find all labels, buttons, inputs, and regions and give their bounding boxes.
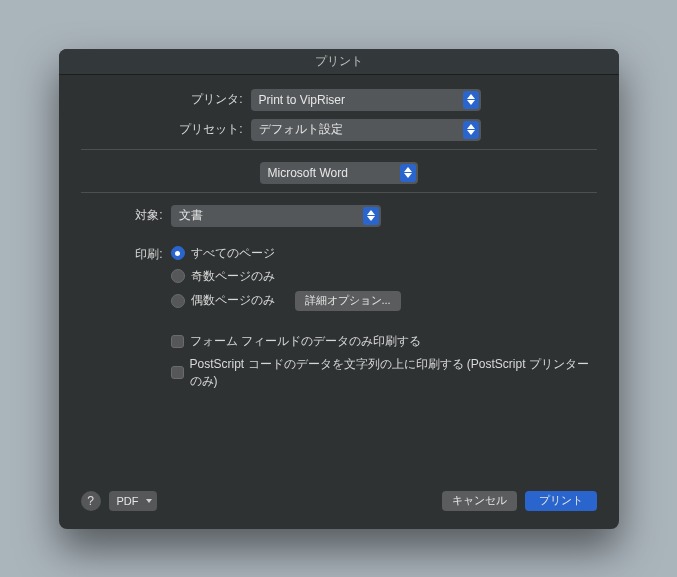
dialog-content: プリンタ: Print to VipRiser プリセット: デフォルト設定 <box>59 75 619 479</box>
help-icon: ? <box>87 494 94 508</box>
app-section-select[interactable]: Microsoft Word <box>260 162 418 184</box>
target-label: 対象: <box>81 207 171 224</box>
print-button[interactable]: プリント <box>525 491 597 511</box>
app-section-value: Microsoft Word <box>268 166 348 180</box>
radio-odd-label: 奇数ページのみ <box>191 268 275 285</box>
radio-icon <box>171 294 185 308</box>
printer-value: Print to VipRiser <box>259 93 345 107</box>
print-scope-label: 印刷: <box>81 245 171 263</box>
radio-icon <box>171 269 185 283</box>
target-row: 対象: 文書 <box>81 205 597 227</box>
printer-select[interactable]: Print to VipRiser <box>251 89 481 111</box>
app-section-row: Microsoft Word <box>81 162 597 184</box>
svg-marker-7 <box>367 216 375 221</box>
svg-marker-5 <box>404 173 412 178</box>
pdf-label: PDF <box>117 495 139 507</box>
checkbox-icon <box>171 366 184 379</box>
cancel-button[interactable]: キャンセル <box>442 491 517 511</box>
check-postscript[interactable]: PostScript コードのデータを文字列の上に印刷する (PostScrip… <box>171 356 597 390</box>
svg-marker-4 <box>404 167 412 172</box>
printer-row: プリンタ: Print to VipRiser <box>81 89 597 111</box>
print-scope-row: 印刷: すべてのページ 奇数ページのみ 偶数ページのみ 詳細オプション... <box>81 245 597 311</box>
svg-marker-6 <box>367 210 375 215</box>
radio-even-pages[interactable]: 偶数ページのみ 詳細オプション... <box>171 291 401 311</box>
updown-icon <box>402 162 414 184</box>
radio-icon <box>171 246 185 260</box>
print-scope-options: すべてのページ 奇数ページのみ 偶数ページのみ 詳細オプション... <box>171 245 401 311</box>
window-title: プリント <box>315 53 363 70</box>
check-postscript-label: PostScript コードのデータを文字列の上に印刷する (PostScrip… <box>190 356 597 390</box>
dialog-footer: ? PDF キャンセル プリント <box>59 479 619 529</box>
check-forms-only-label: フォーム フィールドのデータのみ印刷する <box>190 333 421 350</box>
preset-select[interactable]: デフォルト設定 <box>251 119 481 141</box>
updown-icon <box>465 89 477 111</box>
print-dialog: プリント プリンタ: Print to VipRiser プリセット: デフォル… <box>59 49 619 529</box>
updown-icon <box>365 205 377 227</box>
printer-label: プリンタ: <box>81 91 251 108</box>
svg-marker-2 <box>467 124 475 129</box>
help-button[interactable]: ? <box>81 491 101 511</box>
extra-checks: フォーム フィールドのデータのみ印刷する PostScript コードのデータを… <box>171 333 597 390</box>
separator <box>81 192 597 193</box>
radio-all-pages[interactable]: すべてのページ <box>171 245 401 262</box>
svg-marker-1 <box>467 100 475 105</box>
preset-label: プリセット: <box>81 121 251 138</box>
svg-marker-3 <box>467 130 475 135</box>
radio-even-label: 偶数ページのみ <box>191 292 275 309</box>
radio-all-label: すべてのページ <box>191 245 275 262</box>
separator <box>81 149 597 150</box>
preset-row: プリセット: デフォルト設定 <box>81 119 597 141</box>
checkbox-icon <box>171 335 184 348</box>
target-value: 文書 <box>179 207 203 224</box>
detail-options-button[interactable]: 詳細オプション... <box>295 291 401 311</box>
updown-icon <box>465 119 477 141</box>
preset-value: デフォルト設定 <box>259 121 343 138</box>
svg-marker-0 <box>467 94 475 99</box>
titlebar: プリント <box>59 49 619 75</box>
radio-odd-pages[interactable]: 奇数ページのみ <box>171 268 401 285</box>
target-select[interactable]: 文書 <box>171 205 381 227</box>
check-forms-only[interactable]: フォーム フィールドのデータのみ印刷する <box>171 333 597 350</box>
pdf-menu[interactable]: PDF <box>109 491 157 511</box>
